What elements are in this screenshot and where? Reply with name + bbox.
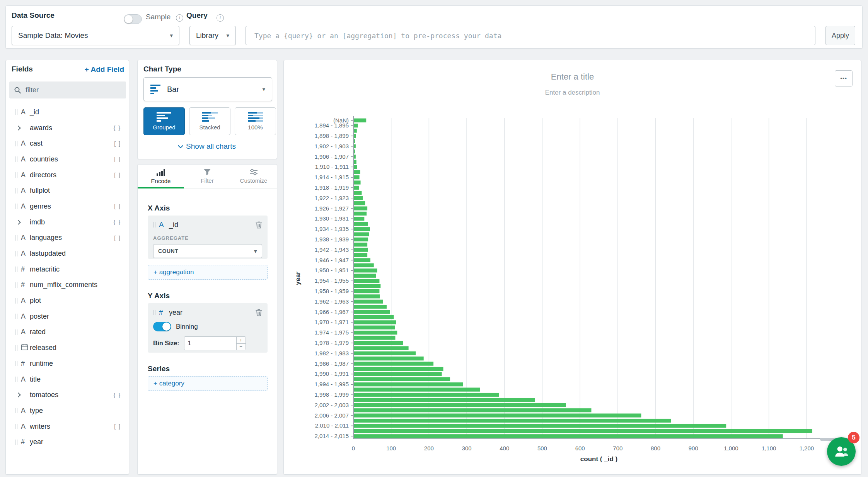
sample-toggle[interactable] — [124, 14, 142, 24]
binning-toggle[interactable] — [153, 322, 171, 331]
subtype-stacked-button[interactable]: Stacked — [189, 107, 230, 135]
field-row-type[interactable]: Atype — [6, 403, 129, 419]
bar — [353, 196, 363, 200]
string-type-icon: A — [21, 108, 30, 116]
field-filter-input[interactable] — [25, 86, 121, 95]
field-row-lastupdated[interactable]: Alastupdated — [6, 246, 129, 261]
fields-title: Fields — [12, 65, 33, 73]
field-name: poster — [30, 312, 49, 321]
bar — [353, 243, 367, 246]
bar — [353, 403, 566, 407]
field-row-tomatoes[interactable]: tomatoes{ } — [6, 387, 129, 403]
series-title: Series — [148, 365, 170, 373]
tab-encode[interactable]: Encode — [138, 165, 184, 188]
apply-button[interactable]: Apply — [825, 26, 855, 45]
field-row-metacritic[interactable]: #metacritic — [6, 261, 129, 277]
bar — [353, 175, 360, 179]
field-row-runtime[interactable]: #runtime — [6, 356, 129, 372]
field-type-badge: [ ] — [114, 423, 121, 429]
field-row-directors[interactable]: Adirectors[ ] — [6, 167, 129, 183]
svg-text:1,998 - 1,999: 1,998 - 1,999 — [315, 391, 349, 398]
y-axis-field-name: year — [169, 309, 182, 317]
add-category-button[interactable]: + category — [148, 376, 268, 391]
field-row-fullplot[interactable]: Afullplot — [6, 183, 129, 199]
drag-handle — [15, 282, 17, 288]
show-all-charts-link[interactable]: Show all charts — [138, 142, 277, 151]
add-field-button[interactable]: + Add Field — [85, 65, 124, 74]
trash-icon[interactable] — [256, 221, 262, 229]
subtype-grouped-button[interactable]: Grouped — [143, 107, 185, 135]
field-row-countries[interactable]: Acountries[ ] — [6, 151, 129, 167]
field-row-imdb[interactable]: imdb{ } — [6, 214, 129, 230]
svg-text:900: 900 — [689, 445, 698, 452]
bin-size-stepper: + − — [236, 337, 246, 350]
number-type-icon: # — [21, 281, 30, 289]
add-aggregation-button[interactable]: + aggregation — [148, 265, 268, 280]
svg-text:1,990 - 1,991: 1,990 - 1,991 — [315, 370, 349, 377]
query-info-icon[interactable]: i — [217, 14, 224, 22]
aggregate-select[interactable]: COUNT ▾ — [153, 244, 262, 258]
fields-list: A_idawards{ }Acast[ ]Acountries[ ]Adirec… — [6, 104, 129, 450]
y-axis-title: Y Axis — [148, 292, 170, 300]
trash-icon[interactable] — [256, 309, 262, 316]
field-search-box[interactable] — [9, 81, 126, 98]
query-input[interactable] — [246, 26, 815, 45]
bar — [353, 372, 442, 376]
tab-label: Filter — [201, 177, 213, 184]
encode-bars-icon — [157, 169, 165, 176]
field-row-genres[interactable]: Agenres[ ] — [6, 199, 129, 214]
library-select[interactable]: Library ▾ — [189, 26, 236, 45]
svg-text:1,958 - 1,959: 1,958 - 1,959 — [315, 288, 349, 294]
field-row-rated[interactable]: Arated — [6, 324, 129, 340]
drag-handle[interactable] — [153, 310, 155, 315]
search-icon — [14, 87, 21, 94]
chevron-right-icon[interactable] — [16, 126, 21, 131]
field-row-year[interactable]: #year — [6, 434, 129, 450]
bin-size-decrement-button[interactable]: − — [237, 344, 246, 350]
bar — [353, 398, 535, 402]
drag-handle — [15, 440, 17, 445]
drag-handle[interactable] — [153, 222, 155, 227]
bar — [353, 217, 364, 221]
field-row-_id[interactable]: A_id — [6, 104, 129, 120]
bin-size-increment-button[interactable]: + — [237, 337, 246, 344]
field-row-released[interactable]: released — [6, 340, 129, 356]
chevron-right-icon[interactable] — [16, 392, 21, 397]
aggregate-label: AGGREGATE — [153, 235, 262, 241]
x-axis-title: X Axis — [148, 204, 170, 212]
field-row-awards[interactable]: awards{ } — [6, 120, 129, 136]
field-row-plot[interactable]: Aplot — [6, 293, 129, 309]
field-name: plot — [30, 297, 41, 305]
svg-text:2,014 - 2,015: 2,014 - 2,015 — [315, 433, 349, 439]
field-row-poster[interactable]: Aposter — [6, 309, 129, 324]
bar — [353, 434, 783, 438]
field-row-languages[interactable]: Alanguages[ ] — [6, 230, 129, 246]
field-name: title — [30, 375, 41, 384]
bar — [353, 315, 394, 319]
string-type-icon: A — [21, 328, 30, 336]
chevron-right-icon[interactable] — [16, 220, 21, 225]
sample-info-icon[interactable]: i — [176, 14, 183, 22]
chart-type-title: Chart Type — [143, 65, 181, 73]
data-source-select[interactable]: Sample Data: Movies ▾ — [12, 26, 179, 45]
chart-type-select[interactable]: Bar ▾ — [143, 77, 272, 101]
tab-filter[interactable]: Filter — [184, 165, 230, 188]
bar — [353, 429, 812, 433]
bin-size-input[interactable]: + − — [184, 336, 246, 350]
field-row-title[interactable]: Atitle — [6, 372, 129, 387]
field-row-cast[interactable]: Acast[ ] — [6, 136, 129, 151]
bin-size-field[interactable] — [184, 337, 231, 350]
subtype-label: 100% — [248, 124, 263, 131]
subtype-100-button[interactable]: 100% — [235, 107, 276, 135]
bar — [353, 253, 367, 257]
bar — [353, 393, 499, 397]
field-row-writers[interactable]: Awriters[ ] — [6, 419, 129, 435]
chevron-down-icon: ▾ — [226, 32, 229, 39]
drag-handle — [15, 377, 17, 382]
grouped-bars-icon — [157, 112, 172, 122]
string-type-icon: A — [21, 312, 30, 321]
number-type-icon: # — [21, 438, 30, 446]
field-row-num_mflix_comments[interactable]: #num_mflix_comments — [6, 277, 129, 293]
drag-handle — [15, 408, 17, 413]
tab-customize[interactable]: Customize — [230, 165, 277, 188]
